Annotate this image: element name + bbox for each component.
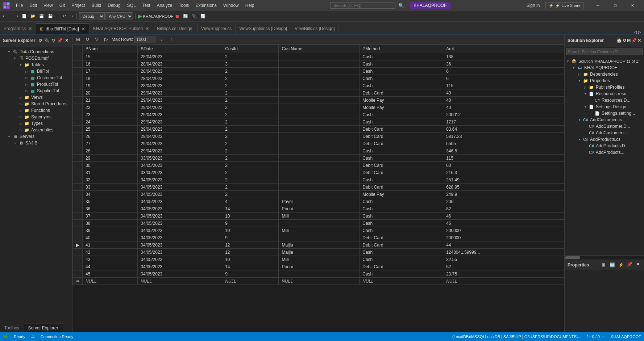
refresh-icon[interactable]: ↺ — [623, 38, 626, 43]
connect-icon[interactable]: 🔌 — [43, 37, 50, 44]
toolbar-stop-button[interactable]: ⏹ — [174, 13, 181, 19]
tree-item-addproducts-2[interactable]: C# AddProducts... — [565, 149, 644, 156]
tree-item-addcustomer-d[interactable]: C# AddCustomer.D... — [565, 123, 644, 130]
toolbar-forward-button[interactable]: ⟶ — [11, 13, 20, 19]
config-dropdown[interactable]: Debug Release — [79, 12, 105, 20]
filter-icon[interactable]: ▽ — [51, 37, 56, 44]
global-search-input[interactable] — [330, 2, 395, 9]
tree-item-addcustomer-r[interactable]: C# AddCustomer.r... — [565, 130, 644, 136]
toolbar-redo-button[interactable]: ↪ — [68, 13, 74, 19]
toolbar-import-icon[interactable]: ↑ — [167, 35, 175, 43]
tree-item-properties[interactable]: ▼ 📁 Properties — [565, 77, 644, 84]
menu-extensions[interactable]: Extensions — [192, 1, 220, 9]
toolbar-open-button[interactable]: 📂 — [29, 13, 37, 19]
tree-item-settings-setting[interactable]: 📄 Settings.setting... — [565, 110, 644, 117]
toolbar-save-button[interactable]: 💾 — [38, 13, 46, 19]
header-amt[interactable]: Amt — [443, 45, 564, 53]
table-row[interactable]: 3004/05/20232Debit Card60 — [73, 162, 564, 169]
tab-viewbills-design[interactable]: ViewBills.cs [Design] — [291, 23, 338, 34]
close-button[interactable]: ✕ — [624, 0, 641, 11]
toolbar-new-button[interactable]: 📄 — [20, 13, 28, 19]
tab-scroll-right-button[interactable]: ▷ — [638, 30, 641, 34]
menu-analyze[interactable]: Analyze — [154, 1, 175, 9]
toolbar-back-button[interactable]: ⟵ — [1, 13, 10, 19]
menu-project[interactable]: Project — [68, 1, 88, 9]
server-explorer-tab[interactable]: Server Explorer — [24, 324, 62, 332]
tab-publish[interactable]: KHALAQPROOF: Publish ✕ — [90, 23, 153, 34]
table-row[interactable]: 2129/04/20232Mobile Pay40 — [73, 97, 564, 104]
tab-viewsupplier[interactable]: ViewSupplier.cs — [198, 23, 236, 34]
table-row[interactable]: 2329/04/20232Cash200012 — [73, 111, 564, 118]
tree-item-assemblies[interactable]: ▷ 📁 Assemblies — [0, 127, 72, 133]
pin-icon[interactable]: 📌 — [57, 37, 63, 44]
table-row[interactable]: 2429/04/20232Cash1717 — [73, 118, 564, 126]
table-row[interactable]: 1728/04/20232Cash6 — [73, 68, 564, 75]
tree-item-functions[interactable]: ▷ 📁 Functions — [0, 107, 72, 114]
table-row[interactable]: 2829/04/20232Cash346.5 — [73, 147, 564, 155]
table-row[interactable]: 3704/05/202310MiiliCash46 — [73, 212, 564, 220]
header-custid[interactable]: CustId — [222, 45, 279, 53]
toolbox-tab[interactable]: Toolbox — [0, 324, 24, 332]
menu-debug[interactable]: Debug — [105, 1, 123, 9]
tab-program-cs[interactable]: Program.cs ✕ — [0, 23, 36, 34]
table-row[interactable]: 3103/05/20232Debit Card216.3 — [73, 169, 564, 176]
tab-close-icon[interactable]: ✕ — [145, 26, 149, 31]
toolbar-refresh-data-icon[interactable]: ↺ — [83, 35, 91, 43]
table-row[interactable]: 2029/04/20232Debit Card40 — [73, 89, 564, 97]
table-row[interactable]: 4004/05/20239Debit Card200000 — [73, 234, 564, 241]
tree-item-addcustomer[interactable]: ▼ C# AddCustomer.cs — [565, 117, 644, 123]
toolbar-change-type-icon[interactable]: ⊞ — [74, 35, 82, 43]
close-icon[interactable]: ✕ — [637, 38, 641, 43]
table-row[interactable]: 2903/05/20232Cash115 — [73, 155, 564, 162]
toolbar-filter-icon[interactable]: ▽ — [93, 35, 101, 43]
menu-window[interactable]: Window — [220, 1, 242, 9]
menu-view[interactable]: View — [41, 1, 56, 9]
tree-item-addproducts[interactable]: ▼ C# AddProducts.cs — [565, 136, 644, 143]
table-row[interactable]: 4404/05/202314PonniDebit Card52 — [73, 263, 564, 270]
close-props-icon[interactable]: ✕ — [635, 261, 641, 269]
tree-item-resources-resx[interactable]: ▼ 📄 Resources.resx — [565, 90, 644, 97]
table-row[interactable]: 2529/04/20232Debit Card83.64 — [73, 126, 564, 133]
toolbar-perf-button[interactable]: 📊 — [199, 13, 207, 19]
menu-help[interactable]: Help — [242, 1, 257, 9]
pin-icon[interactable]: 📌 — [631, 38, 637, 43]
table-row[interactable]: 1928/04/20232Cash115 — [73, 82, 564, 89]
toolbar-restart-button[interactable]: 🔄 — [182, 13, 190, 19]
tree-item-solution[interactable]: ▼ 📦 Solution 'KHALAQPROOF' (1 of 1) — [565, 58, 644, 64]
tree-item-producttbl[interactable]: ▷ ▦ ProductTbl — [0, 81, 72, 88]
header-bnum[interactable]: BNum — [83, 45, 138, 53]
tree-item-data-connections[interactable]: ▼ 🔌 Data Connections — [0, 49, 72, 55]
tree-item-billtbl[interactable]: ▷ ▦ BillTbl — [0, 68, 72, 75]
header-bdate[interactable]: BDate — [138, 45, 222, 53]
menu-git[interactable]: Git — [57, 1, 68, 9]
toolbar-execute-icon[interactable]: ▷ — [102, 35, 110, 43]
header-custname[interactable]: CustName — [279, 45, 360, 53]
tree-item-addproducts-d[interactable]: C# AddProducts.D... — [565, 143, 644, 149]
menu-build[interactable]: Build — [89, 1, 104, 9]
table-row[interactable]: 1828/04/20232Cash6 — [73, 75, 564, 82]
tree-item-views[interactable]: ▷ 📁 Views — [0, 94, 72, 101]
minimize-button[interactable]: ─ — [590, 0, 606, 11]
tree-item-resources-d[interactable]: C# Resources.D... — [565, 97, 644, 104]
solution-hscroll[interactable] — [565, 255, 644, 260]
tree-item-servers[interactable]: ▼ 🖥 Servers — [0, 133, 72, 140]
table-row[interactable]: 3604/05/202314PonniCash82 — [73, 205, 564, 212]
table-row[interactable]: 1628/04/20233Cash36 — [73, 60, 564, 68]
table-row[interactable]: 4504/05/20239Cash23.75 — [73, 270, 564, 278]
home-icon[interactable]: 🏠 — [616, 38, 622, 43]
tree-item-publishprofiles[interactable]: ▷ 📁 PublishProfiles — [565, 84, 644, 90]
tree-item-types[interactable]: ▷ 📁 Types — [0, 120, 72, 127]
tab-scroll-left-button[interactable]: ◁ — [634, 30, 637, 34]
tree-item-tables[interactable]: ▼ 📁 Tables — [0, 62, 72, 68]
tree-item-posdb[interactable]: ▼ 🗄 POSDb.mdf — [0, 55, 72, 62]
menu-tools[interactable]: Tools — [176, 1, 192, 9]
tree-item-suppliertbl[interactable]: ▷ ▦ SupplierTbl — [0, 88, 72, 94]
platform-dropdown[interactable]: Any CPU — [105, 12, 133, 20]
tree-item-stored-procedures[interactable]: ▷ 📁 Stored Procedures — [0, 101, 72, 107]
props-alphabetical-icon[interactable]: 🔤 — [608, 261, 616, 269]
max-rows-input[interactable] — [134, 36, 156, 43]
tab-viewsupplier-design[interactable]: ViewSupplier.cs [Design] — [236, 23, 291, 34]
maximize-button[interactable]: □ — [607, 0, 624, 11]
table-row[interactable]: 4204/05/202312MaljiaCash1248041.59999... — [73, 249, 564, 256]
menu-test[interactable]: Test — [140, 1, 153, 9]
